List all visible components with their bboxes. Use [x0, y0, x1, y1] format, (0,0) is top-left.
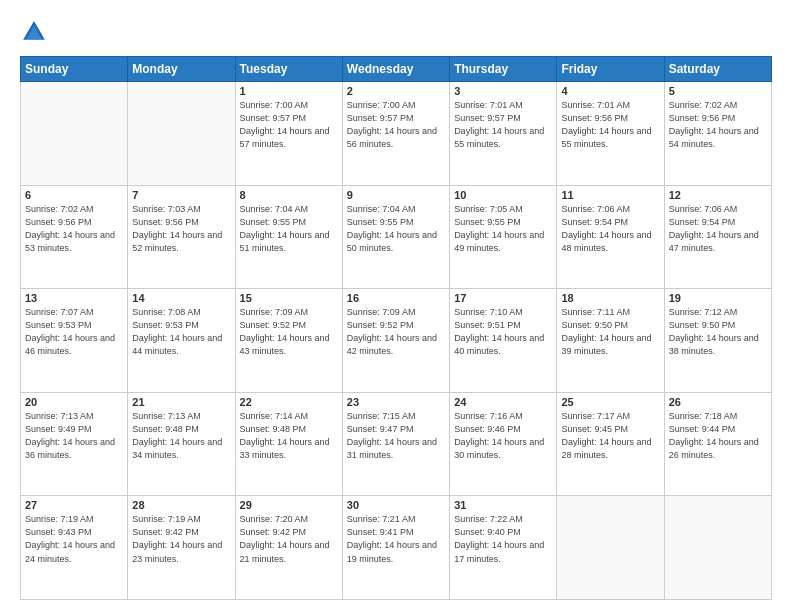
day-number: 21: [132, 396, 230, 408]
day-number: 17: [454, 292, 552, 304]
day-number: 6: [25, 189, 123, 201]
day-sun-info: Sunrise: 7:13 AMSunset: 9:48 PMDaylight:…: [132, 410, 230, 462]
day-sun-info: Sunrise: 7:16 AMSunset: 9:46 PMDaylight:…: [454, 410, 552, 462]
calendar-day-cell: 12Sunrise: 7:06 AMSunset: 9:54 PMDayligh…: [664, 185, 771, 289]
day-number: 29: [240, 499, 338, 511]
calendar-table: SundayMondayTuesdayWednesdayThursdayFrid…: [20, 56, 772, 600]
day-number: 9: [347, 189, 445, 201]
day-sun-info: Sunrise: 7:00 AMSunset: 9:57 PMDaylight:…: [240, 99, 338, 151]
day-number: 28: [132, 499, 230, 511]
day-sun-info: Sunrise: 7:17 AMSunset: 9:45 PMDaylight:…: [561, 410, 659, 462]
day-number: 10: [454, 189, 552, 201]
day-number: 16: [347, 292, 445, 304]
day-number: 20: [25, 396, 123, 408]
calendar-day-cell: [664, 496, 771, 600]
calendar-day-cell: 31Sunrise: 7:22 AMSunset: 9:40 PMDayligh…: [450, 496, 557, 600]
day-sun-info: Sunrise: 7:04 AMSunset: 9:55 PMDaylight:…: [347, 203, 445, 255]
calendar-body: 1Sunrise: 7:00 AMSunset: 9:57 PMDaylight…: [21, 82, 772, 600]
calendar-day-cell: 20Sunrise: 7:13 AMSunset: 9:49 PMDayligh…: [21, 392, 128, 496]
day-sun-info: Sunrise: 7:11 AMSunset: 9:50 PMDaylight:…: [561, 306, 659, 358]
calendar-week-row: 27Sunrise: 7:19 AMSunset: 9:43 PMDayligh…: [21, 496, 772, 600]
weekday-header-cell: Tuesday: [235, 57, 342, 82]
day-number: 2: [347, 85, 445, 97]
weekday-header-cell: Monday: [128, 57, 235, 82]
day-sun-info: Sunrise: 7:02 AMSunset: 9:56 PMDaylight:…: [25, 203, 123, 255]
day-sun-info: Sunrise: 7:13 AMSunset: 9:49 PMDaylight:…: [25, 410, 123, 462]
calendar-day-cell: 9Sunrise: 7:04 AMSunset: 9:55 PMDaylight…: [342, 185, 449, 289]
page: SundayMondayTuesdayWednesdayThursdayFrid…: [0, 0, 792, 612]
day-sun-info: Sunrise: 7:12 AMSunset: 9:50 PMDaylight:…: [669, 306, 767, 358]
day-number: 26: [669, 396, 767, 408]
day-sun-info: Sunrise: 7:06 AMSunset: 9:54 PMDaylight:…: [561, 203, 659, 255]
day-number: 12: [669, 189, 767, 201]
day-number: 22: [240, 396, 338, 408]
calendar-day-cell: 6Sunrise: 7:02 AMSunset: 9:56 PMDaylight…: [21, 185, 128, 289]
day-sun-info: Sunrise: 7:01 AMSunset: 9:57 PMDaylight:…: [454, 99, 552, 151]
calendar-day-cell: 4Sunrise: 7:01 AMSunset: 9:56 PMDaylight…: [557, 82, 664, 186]
day-number: 7: [132, 189, 230, 201]
day-number: 27: [25, 499, 123, 511]
logo: [20, 18, 52, 46]
day-sun-info: Sunrise: 7:09 AMSunset: 9:52 PMDaylight:…: [240, 306, 338, 358]
day-number: 30: [347, 499, 445, 511]
calendar-day-cell: 26Sunrise: 7:18 AMSunset: 9:44 PMDayligh…: [664, 392, 771, 496]
calendar-day-cell: 27Sunrise: 7:19 AMSunset: 9:43 PMDayligh…: [21, 496, 128, 600]
calendar-week-row: 1Sunrise: 7:00 AMSunset: 9:57 PMDaylight…: [21, 82, 772, 186]
weekday-header-cell: Friday: [557, 57, 664, 82]
day-number: 18: [561, 292, 659, 304]
calendar-day-cell: 22Sunrise: 7:14 AMSunset: 9:48 PMDayligh…: [235, 392, 342, 496]
day-number: 19: [669, 292, 767, 304]
calendar-day-cell: [128, 82, 235, 186]
day-sun-info: Sunrise: 7:21 AMSunset: 9:41 PMDaylight:…: [347, 513, 445, 565]
day-sun-info: Sunrise: 7:22 AMSunset: 9:40 PMDaylight:…: [454, 513, 552, 565]
calendar-day-cell: 1Sunrise: 7:00 AMSunset: 9:57 PMDaylight…: [235, 82, 342, 186]
day-number: 8: [240, 189, 338, 201]
calendar-day-cell: 29Sunrise: 7:20 AMSunset: 9:42 PMDayligh…: [235, 496, 342, 600]
calendar-day-cell: 16Sunrise: 7:09 AMSunset: 9:52 PMDayligh…: [342, 289, 449, 393]
logo-icon: [20, 18, 48, 46]
calendar-day-cell: 2Sunrise: 7:00 AMSunset: 9:57 PMDaylight…: [342, 82, 449, 186]
day-number: 4: [561, 85, 659, 97]
calendar-week-row: 20Sunrise: 7:13 AMSunset: 9:49 PMDayligh…: [21, 392, 772, 496]
calendar-week-row: 6Sunrise: 7:02 AMSunset: 9:56 PMDaylight…: [21, 185, 772, 289]
weekday-header-cell: Saturday: [664, 57, 771, 82]
calendar-day-cell: 30Sunrise: 7:21 AMSunset: 9:41 PMDayligh…: [342, 496, 449, 600]
weekday-header-cell: Sunday: [21, 57, 128, 82]
calendar-day-cell: 5Sunrise: 7:02 AMSunset: 9:56 PMDaylight…: [664, 82, 771, 186]
day-number: 14: [132, 292, 230, 304]
day-number: 5: [669, 85, 767, 97]
weekday-header-cell: Wednesday: [342, 57, 449, 82]
day-sun-info: Sunrise: 7:09 AMSunset: 9:52 PMDaylight:…: [347, 306, 445, 358]
day-sun-info: Sunrise: 7:19 AMSunset: 9:42 PMDaylight:…: [132, 513, 230, 565]
day-number: 15: [240, 292, 338, 304]
day-sun-info: Sunrise: 7:10 AMSunset: 9:51 PMDaylight:…: [454, 306, 552, 358]
calendar-day-cell: 28Sunrise: 7:19 AMSunset: 9:42 PMDayligh…: [128, 496, 235, 600]
calendar-day-cell: 18Sunrise: 7:11 AMSunset: 9:50 PMDayligh…: [557, 289, 664, 393]
calendar-day-cell: 15Sunrise: 7:09 AMSunset: 9:52 PMDayligh…: [235, 289, 342, 393]
calendar-day-cell: 23Sunrise: 7:15 AMSunset: 9:47 PMDayligh…: [342, 392, 449, 496]
day-sun-info: Sunrise: 7:03 AMSunset: 9:56 PMDaylight:…: [132, 203, 230, 255]
day-number: 23: [347, 396, 445, 408]
calendar-day-cell: [21, 82, 128, 186]
day-sun-info: Sunrise: 7:20 AMSunset: 9:42 PMDaylight:…: [240, 513, 338, 565]
day-number: 25: [561, 396, 659, 408]
calendar-day-cell: 14Sunrise: 7:08 AMSunset: 9:53 PMDayligh…: [128, 289, 235, 393]
calendar-day-cell: 11Sunrise: 7:06 AMSunset: 9:54 PMDayligh…: [557, 185, 664, 289]
calendar-day-cell: 24Sunrise: 7:16 AMSunset: 9:46 PMDayligh…: [450, 392, 557, 496]
calendar-day-cell: 13Sunrise: 7:07 AMSunset: 9:53 PMDayligh…: [21, 289, 128, 393]
calendar-day-cell: 8Sunrise: 7:04 AMSunset: 9:55 PMDaylight…: [235, 185, 342, 289]
day-sun-info: Sunrise: 7:08 AMSunset: 9:53 PMDaylight:…: [132, 306, 230, 358]
day-number: 24: [454, 396, 552, 408]
day-sun-info: Sunrise: 7:15 AMSunset: 9:47 PMDaylight:…: [347, 410, 445, 462]
day-sun-info: Sunrise: 7:02 AMSunset: 9:56 PMDaylight:…: [669, 99, 767, 151]
day-sun-info: Sunrise: 7:07 AMSunset: 9:53 PMDaylight:…: [25, 306, 123, 358]
day-sun-info: Sunrise: 7:06 AMSunset: 9:54 PMDaylight:…: [669, 203, 767, 255]
day-sun-info: Sunrise: 7:18 AMSunset: 9:44 PMDaylight:…: [669, 410, 767, 462]
calendar-day-cell: 19Sunrise: 7:12 AMSunset: 9:50 PMDayligh…: [664, 289, 771, 393]
calendar-day-cell: 10Sunrise: 7:05 AMSunset: 9:55 PMDayligh…: [450, 185, 557, 289]
calendar-day-cell: 17Sunrise: 7:10 AMSunset: 9:51 PMDayligh…: [450, 289, 557, 393]
day-sun-info: Sunrise: 7:05 AMSunset: 9:55 PMDaylight:…: [454, 203, 552, 255]
calendar-day-cell: 21Sunrise: 7:13 AMSunset: 9:48 PMDayligh…: [128, 392, 235, 496]
day-number: 31: [454, 499, 552, 511]
day-sun-info: Sunrise: 7:14 AMSunset: 9:48 PMDaylight:…: [240, 410, 338, 462]
